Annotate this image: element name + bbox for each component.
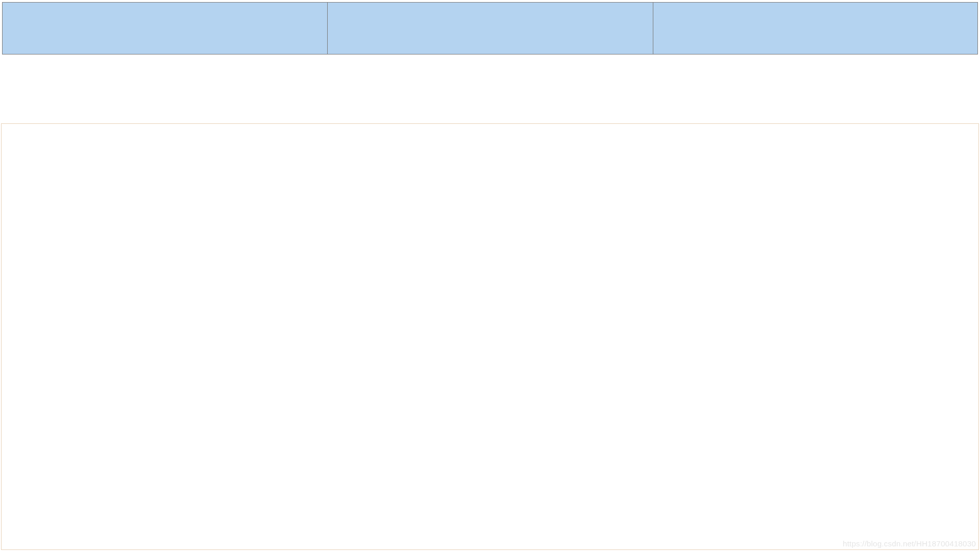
table-header-row bbox=[2, 2, 978, 54]
page-root: https://blog.csdn.net/HH18700418030 bbox=[0, 0, 980, 551]
table-header-cell-3 bbox=[653, 2, 978, 54]
content-frame-border bbox=[1, 123, 979, 550]
table-header-cell-1 bbox=[2, 2, 328, 54]
table-header-cell-2 bbox=[328, 2, 653, 54]
watermark-text: https://blog.csdn.net/HH18700418030 bbox=[843, 539, 976, 548]
